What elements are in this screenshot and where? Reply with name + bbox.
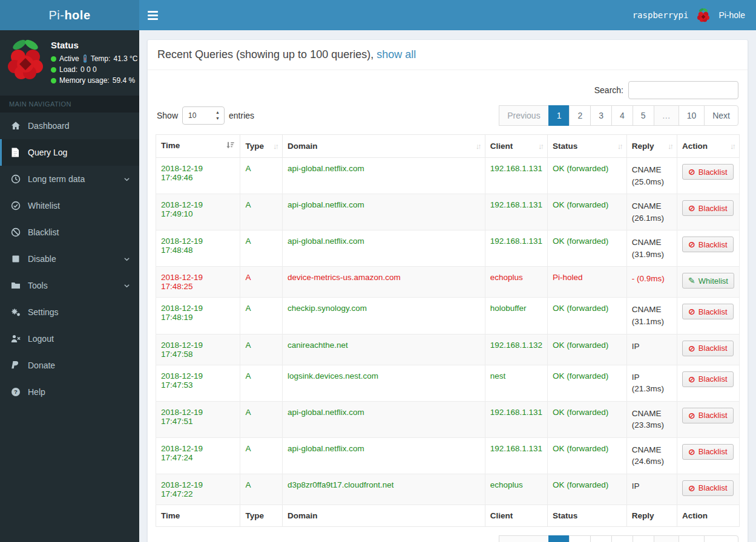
- page-button[interactable]: 5: [633, 105, 654, 126]
- sidebar-item-blacklist[interactable]: Blacklist: [0, 219, 139, 246]
- query-type[interactable]: A: [240, 230, 283, 267]
- action-button[interactable]: Whitelist: [682, 273, 734, 289]
- col-header-client[interactable]: Client: [485, 135, 547, 158]
- col-header-status[interactable]: Status: [548, 135, 627, 158]
- app-label[interactable]: Pi-hole: [718, 10, 745, 20]
- query-domain[interactable]: api-global.netflix.com: [283, 401, 485, 437]
- query-domain[interactable]: logsink.devices.nest.com: [283, 365, 485, 401]
- query-client[interactable]: 192.168.1.131: [485, 230, 547, 267]
- page-button[interactable]: 4: [611, 105, 633, 126]
- query-domain[interactable]: api-global.netflix.com: [283, 194, 485, 230]
- query-type[interactable]: A: [240, 437, 283, 474]
- sidebar-item-long-term-data[interactable]: Long term data: [0, 166, 139, 192]
- action-button[interactable]: Blacklist: [682, 237, 733, 252]
- sidebar-toggle-icon[interactable]: [139, 0, 166, 30]
- pagination-top: Previous12345…10Next: [499, 105, 738, 126]
- query-domain[interactable]: device-metrics-us.amazon.com: [283, 267, 485, 298]
- query-domain[interactable]: api-global.netflix.com: [283, 158, 485, 194]
- page-button[interactable]: Previous: [499, 535, 548, 542]
- page-size-select[interactable]: 10: [182, 106, 225, 125]
- query-type[interactable]: A: [240, 267, 283, 298]
- query-domain[interactable]: canireachthe.net: [283, 334, 485, 365]
- query-client[interactable]: 192.168.1.131: [485, 437, 547, 474]
- query-client[interactable]: echoplus: [485, 474, 547, 504]
- query-client[interactable]: nest: [485, 365, 547, 401]
- query-type[interactable]: A: [240, 194, 283, 230]
- table-row: 2018-12-19 17:47:58 A canireachthe.net 1…: [156, 334, 740, 365]
- action-button[interactable]: Blacklist: [682, 408, 733, 423]
- page-button[interactable]: 10: [679, 535, 705, 542]
- query-client[interactable]: 192.168.1.132: [485, 334, 547, 365]
- query-domain[interactable]: checkip.synology.com: [283, 298, 485, 334]
- raspberry-logo: [6, 38, 45, 81]
- sidebar-item-donate[interactable]: Donate: [0, 352, 139, 379]
- action-button[interactable]: Blacklist: [682, 304, 733, 319]
- query-time: 2018-12-19 17:49:10: [156, 194, 240, 230]
- col-header-time[interactable]: Time: [156, 135, 240, 158]
- sidebar-item-whitelist[interactable]: Whitelist: [0, 192, 139, 219]
- sidebar-item-settings[interactable]: Settings: [0, 299, 139, 325]
- page-button[interactable]: 5: [633, 535, 654, 542]
- action-button[interactable]: Blacklist: [682, 371, 733, 387]
- action-button[interactable]: Blacklist: [682, 200, 733, 216]
- status-active-dot: [51, 56, 56, 62]
- query-status: OK (forwarded): [548, 365, 627, 401]
- page-button[interactable]: Next: [704, 105, 738, 126]
- query-type[interactable]: A: [240, 474, 283, 504]
- query-type[interactable]: A: [240, 298, 283, 334]
- query-domain[interactable]: api-global.netflix.com: [283, 230, 485, 267]
- sidebar-item-help[interactable]: ? Help: [0, 379, 139, 405]
- status-memory-dot: [51, 78, 56, 83]
- sidebar-item-dashboard[interactable]: Dashboard: [0, 113, 139, 139]
- col-header-reply[interactable]: Reply: [626, 135, 677, 158]
- table-row: 2018-12-19 17:48:48 A api-global.netflix…: [156, 230, 740, 267]
- query-type[interactable]: A: [240, 158, 283, 194]
- action-icon: [688, 447, 695, 457]
- page-button[interactable]: …: [654, 535, 679, 542]
- col-header-type[interactable]: Type: [240, 135, 283, 158]
- page-button[interactable]: 10: [679, 105, 705, 126]
- query-status: OK (forwarded): [548, 158, 627, 194]
- page-button[interactable]: Previous: [499, 105, 548, 126]
- query-client[interactable]: 192.168.1.131: [485, 401, 547, 437]
- status-temp-value: 41.3 °C: [113, 54, 137, 63]
- page-button[interactable]: …: [654, 105, 679, 126]
- check-circle-icon: [11, 201, 22, 211]
- sidebar-item-tools[interactable]: Tools: [0, 272, 139, 299]
- show-all-link[interactable]: show all: [376, 48, 416, 60]
- action-button[interactable]: Blacklist: [682, 164, 733, 180]
- col-header-domain[interactable]: Domain: [283, 135, 485, 158]
- page-button[interactable]: 1: [548, 105, 570, 126]
- query-status: OK (forwarded): [548, 230, 627, 267]
- search-input[interactable]: [628, 81, 738, 99]
- query-client[interactable]: echoplus: [485, 267, 547, 298]
- query-type[interactable]: A: [240, 334, 283, 365]
- page-button[interactable]: 4: [611, 535, 633, 542]
- col-header-action[interactable]: Action: [677, 135, 740, 158]
- sidebar-item-query-log[interactable]: Query Log: [0, 139, 139, 166]
- page-button[interactable]: 3: [590, 105, 612, 126]
- sidebar-section-label: MAIN NAVIGATION: [0, 96, 139, 113]
- sort-icon: [730, 142, 734, 151]
- thermometer-icon: [82, 54, 88, 63]
- query-client[interactable]: 192.168.1.131: [485, 158, 547, 194]
- query-domain[interactable]: d3p8zr0ffa9t17.cloudfront.net: [283, 474, 485, 504]
- page-button[interactable]: 2: [569, 105, 591, 126]
- sidebar-item-disable[interactable]: Disable: [0, 246, 139, 272]
- chevron-down-icon: [123, 176, 130, 183]
- page-button[interactable]: 2: [569, 535, 591, 542]
- query-type[interactable]: A: [240, 401, 283, 437]
- page-button[interactable]: 3: [590, 535, 612, 542]
- sidebar-item-logout[interactable]: Logout: [0, 325, 139, 352]
- page-button[interactable]: Next: [704, 535, 738, 542]
- action-button[interactable]: Blacklist: [682, 444, 733, 460]
- query-client[interactable]: holobuffer: [485, 298, 547, 334]
- query-type[interactable]: A: [240, 365, 283, 401]
- action-button[interactable]: Blacklist: [682, 480, 733, 496]
- query-domain[interactable]: api-global.netflix.com: [283, 437, 485, 474]
- query-client[interactable]: 192.168.1.131: [485, 194, 547, 230]
- sort-icon: [668, 142, 672, 151]
- page-button[interactable]: 1: [548, 535, 570, 542]
- action-button[interactable]: Blacklist: [682, 341, 733, 356]
- recent-queries-card: Recent Queries (showing up to 100 querie…: [147, 39, 748, 542]
